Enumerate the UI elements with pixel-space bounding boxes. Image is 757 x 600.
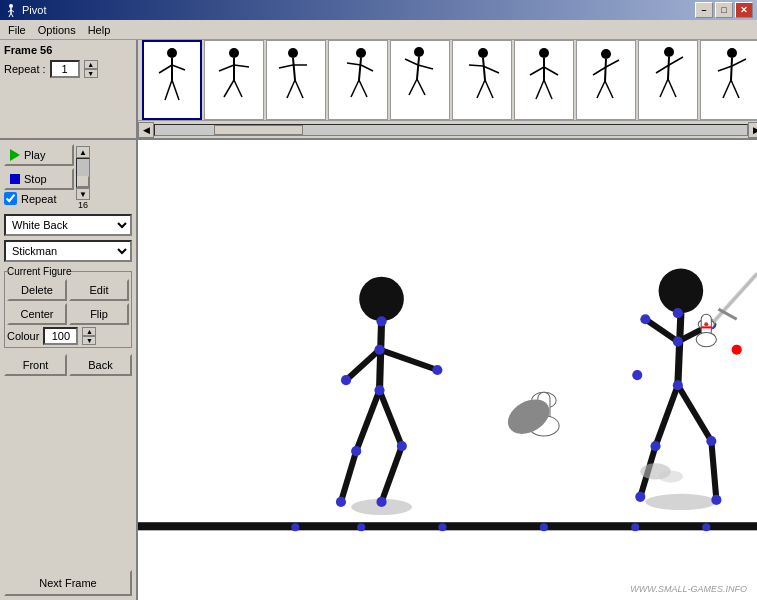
scroll-down-btn[interactable]: ▼ [76, 188, 90, 200]
repeat-check-row: Repeat [4, 192, 74, 205]
svg-point-60 [727, 48, 737, 58]
svg-line-9 [172, 65, 185, 70]
thumb-1[interactable] [142, 40, 202, 120]
colour-spinner: ▲ ▼ [82, 327, 96, 345]
thumb-7[interactable] [514, 40, 574, 120]
svg-line-63 [718, 66, 732, 71]
svg-point-122 [540, 523, 548, 531]
bottom-area: Play Stop Repeat ▲ ▼ [0, 140, 757, 600]
scroll-right-btn[interactable]: ▶ [748, 122, 757, 138]
svg-point-73 [432, 365, 442, 375]
thumb-4[interactable] [328, 40, 388, 120]
scroll-thumb-vert [77, 176, 89, 187]
front-button[interactable]: Front [4, 354, 67, 376]
title-bar: Pivot – □ ✕ [0, 0, 757, 20]
next-frame-button[interactable]: Next Frame [4, 570, 132, 596]
svg-line-34 [409, 79, 417, 95]
colour-label: Colour [7, 330, 39, 342]
delete-button[interactable]: Delete [7, 279, 67, 301]
repeat-down[interactable]: ▼ [84, 69, 98, 78]
stop-label: Stop [24, 173, 47, 185]
stickman-left [336, 277, 443, 515]
svg-point-24 [356, 48, 366, 58]
scroll-thumb[interactable] [214, 125, 303, 135]
minimize-button[interactable]: – [695, 2, 713, 18]
svg-line-22 [287, 80, 295, 98]
repeat-input[interactable]: 1 [50, 60, 80, 78]
svg-line-59 [668, 79, 676, 97]
figure-buttons: Delete Edit Center Flip [7, 279, 129, 325]
svg-line-8 [159, 65, 172, 73]
svg-point-124 [702, 523, 710, 531]
center-button[interactable]: Center [7, 303, 67, 325]
thumbnail-strip[interactable] [138, 40, 757, 120]
svg-line-31 [417, 57, 419, 79]
repeat-row: Repeat : 1 ▲ ▼ [4, 60, 132, 78]
scroll-left-btn[interactable]: ◀ [138, 122, 154, 138]
watermark: WWW.SMALL-GAMES.INFO [630, 584, 747, 594]
background-dropdown[interactable]: White Back Black Back Custom [4, 214, 132, 236]
svg-line-11 [172, 80, 179, 100]
svg-line-74 [356, 390, 379, 451]
svg-point-0 [9, 4, 13, 8]
colour-input[interactable]: 100 [43, 327, 78, 345]
thumb-5[interactable] [390, 40, 450, 120]
thumb-10[interactable] [700, 40, 757, 120]
repeat-spinner: ▲ ▼ [84, 60, 98, 78]
close-button[interactable]: ✕ [735, 2, 753, 18]
svg-line-99 [656, 385, 678, 446]
svg-point-89 [645, 494, 716, 510]
thumb-6[interactable] [452, 40, 512, 120]
svg-line-69 [380, 321, 382, 390]
stickman-right [632, 269, 757, 511]
thumb-8[interactable] [576, 40, 636, 120]
svg-line-53 [605, 81, 613, 98]
svg-line-55 [668, 57, 669, 79]
menu-help[interactable]: Help [82, 22, 117, 38]
menu-file[interactable]: File [2, 22, 32, 38]
svg-line-78 [382, 446, 402, 502]
menu-bar: File Options Help [0, 20, 757, 40]
colour-up[interactable]: ▲ [82, 327, 96, 336]
scroll-track-vert[interactable] [76, 158, 90, 188]
menu-options[interactable]: Options [32, 22, 82, 38]
svg-line-41 [485, 80, 493, 98]
svg-line-56 [669, 57, 683, 65]
colour-down[interactable]: ▼ [82, 336, 96, 345]
thumb-2[interactable] [204, 40, 264, 120]
edit-button[interactable]: Edit [69, 279, 129, 301]
canvas-area[interactable]: WWW.SMALL-GAMES.INFO [138, 140, 757, 600]
figure-dropdown[interactable]: Stickman Other [4, 240, 132, 262]
svg-point-93 [640, 314, 650, 324]
play-button[interactable]: Play [4, 144, 74, 166]
playback-scroller: ▲ ▼ 16 [76, 146, 90, 210]
svg-line-62 [732, 59, 746, 66]
svg-line-57 [656, 65, 669, 73]
scroll-track[interactable] [154, 124, 748, 136]
back-button[interactable]: Back [69, 354, 132, 376]
svg-point-111 [632, 370, 642, 380]
left-panel: Play Stop Repeat ▲ ▼ [0, 140, 138, 600]
prop-bowling [502, 392, 559, 441]
restore-button[interactable]: □ [715, 2, 733, 18]
svg-point-68 [359, 277, 404, 322]
strip-scrollbar: ◀ ▶ [138, 120, 757, 138]
animation-canvas[interactable] [138, 140, 757, 600]
thumb-9[interactable] [638, 40, 698, 120]
colour-row: Colour 100 ▲ ▼ [7, 327, 129, 345]
repeat-up[interactable]: ▲ [84, 60, 98, 69]
thumb-3[interactable] [266, 40, 326, 120]
svg-line-28 [351, 80, 359, 97]
scroll-up-btn[interactable]: ▲ [76, 146, 90, 158]
window-controls: – □ ✕ [695, 2, 753, 18]
svg-line-37 [483, 58, 485, 80]
svg-line-64 [723, 80, 731, 98]
window-title: Pivot [22, 4, 46, 16]
svg-line-77 [380, 390, 402, 446]
stop-button[interactable]: Stop [4, 168, 74, 190]
svg-point-76 [336, 497, 346, 507]
repeat-checkbox[interactable] [4, 192, 17, 205]
svg-line-25 [359, 58, 361, 80]
flip-button[interactable]: Flip [69, 303, 129, 325]
svg-line-4 [9, 13, 11, 17]
